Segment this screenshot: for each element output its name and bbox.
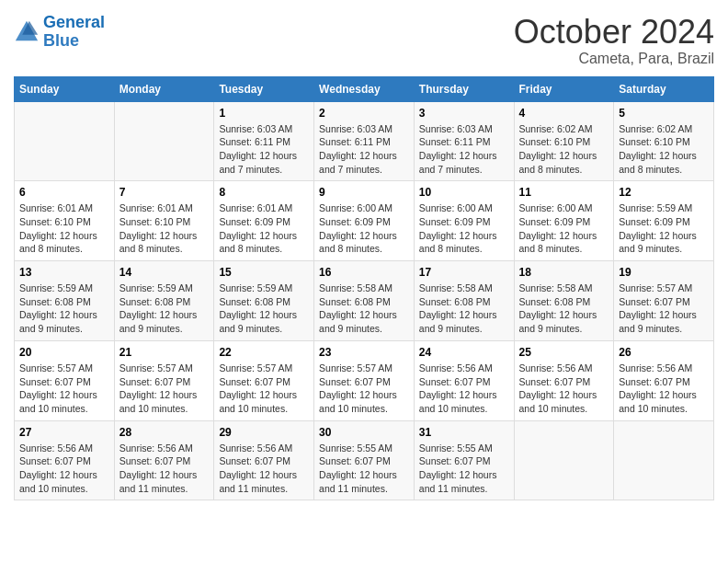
calendar-week-row: 20Sunrise: 5:57 AMSunset: 6:07 PMDayligh…: [15, 340, 714, 420]
calendar-cell: 17Sunrise: 5:58 AMSunset: 6:08 PMDayligh…: [414, 261, 514, 341]
day-number: 4: [519, 107, 609, 120]
calendar-cell: 13Sunrise: 5:59 AMSunset: 6:08 PMDayligh…: [15, 261, 115, 341]
day-number: 18: [519, 266, 609, 279]
day-number: 14: [119, 266, 210, 279]
day-number: 11: [519, 186, 609, 199]
day-info: Sunrise: 5:59 AMSunset: 6:08 PMDaylight:…: [219, 282, 309, 336]
month-title: October 2024: [514, 14, 714, 51]
title-block: October 2024 Cameta, Para, Brazil: [514, 14, 714, 67]
day-info: Sunrise: 5:59 AMSunset: 6:09 PMDaylight:…: [619, 201, 709, 256]
day-number: 2: [319, 107, 409, 120]
day-number: 8: [219, 186, 309, 199]
day-number: 5: [619, 107, 709, 120]
calendar-cell: [614, 420, 714, 500]
day-info: Sunrise: 5:57 AMSunset: 6:07 PMDaylight:…: [119, 362, 210, 416]
day-number: 23: [319, 346, 409, 359]
day-number: 9: [319, 186, 409, 199]
calendar-cell: 1Sunrise: 6:03 AMSunset: 6:11 PMDaylight…: [214, 101, 314, 181]
page-header: General Blue October 2024 Cameta, Para, …: [14, 14, 714, 67]
calendar-cell: 16Sunrise: 5:58 AMSunset: 6:08 PMDayligh…: [314, 261, 415, 341]
day-info: Sunrise: 5:56 AMSunset: 6:07 PMDaylight:…: [219, 442, 309, 496]
day-info: Sunrise: 5:56 AMSunset: 6:07 PMDaylight:…: [119, 442, 210, 496]
calendar-cell: 10Sunrise: 6:00 AMSunset: 6:09 PMDayligh…: [414, 181, 514, 261]
day-info: Sunrise: 5:59 AMSunset: 6:08 PMDaylight:…: [19, 282, 109, 336]
calendar-table: SundayMondayTuesdayWednesdayThursdayFrid…: [14, 76, 714, 501]
day-info: Sunrise: 5:56 AMSunset: 6:07 PMDaylight:…: [619, 362, 709, 416]
calendar-cell: 20Sunrise: 5:57 AMSunset: 6:07 PMDayligh…: [15, 340, 115, 420]
day-info: Sunrise: 6:00 AMSunset: 6:09 PMDaylight:…: [419, 201, 509, 256]
day-info: Sunrise: 6:01 AMSunset: 6:10 PMDaylight:…: [19, 201, 109, 256]
weekday-header-thursday: Thursday: [414, 76, 514, 101]
calendar-week-row: 27Sunrise: 5:56 AMSunset: 6:07 PMDayligh…: [15, 420, 714, 500]
day-info: Sunrise: 5:58 AMSunset: 6:08 PMDaylight:…: [519, 282, 609, 336]
day-number: 13: [19, 266, 109, 279]
weekday-header-friday: Friday: [514, 76, 614, 101]
day-number: 7: [119, 186, 210, 199]
day-info: Sunrise: 5:55 AMSunset: 6:07 PMDaylight:…: [419, 442, 509, 496]
calendar-cell: 18Sunrise: 5:58 AMSunset: 6:08 PMDayligh…: [514, 261, 614, 341]
calendar-cell: 25Sunrise: 5:56 AMSunset: 6:07 PMDayligh…: [514, 340, 614, 420]
day-number: 19: [619, 266, 709, 279]
day-number: 10: [419, 186, 509, 199]
day-info: Sunrise: 5:57 AMSunset: 6:07 PMDaylight:…: [619, 282, 709, 336]
calendar-cell: 2Sunrise: 6:03 AMSunset: 6:11 PMDaylight…: [314, 101, 415, 181]
calendar-week-row: 6Sunrise: 6:01 AMSunset: 6:10 PMDaylight…: [15, 181, 714, 261]
day-number: 30: [319, 426, 409, 439]
day-number: 1: [219, 107, 309, 120]
weekday-header-row: SundayMondayTuesdayWednesdayThursdayFrid…: [15, 76, 714, 101]
day-number: 25: [519, 346, 609, 359]
day-number: 24: [419, 346, 509, 359]
day-number: 26: [619, 346, 709, 359]
day-number: 17: [419, 266, 509, 279]
day-info: Sunrise: 5:56 AMSunset: 6:07 PMDaylight:…: [19, 442, 109, 496]
calendar-cell: 6Sunrise: 6:01 AMSunset: 6:10 PMDaylight…: [15, 181, 115, 261]
calendar-cell: [114, 101, 214, 181]
calendar-cell: 11Sunrise: 6:00 AMSunset: 6:09 PMDayligh…: [514, 181, 614, 261]
day-number: 12: [619, 186, 709, 199]
calendar-cell: 3Sunrise: 6:03 AMSunset: 6:11 PMDaylight…: [414, 101, 514, 181]
calendar-week-row: 1Sunrise: 6:03 AMSunset: 6:11 PMDaylight…: [15, 101, 714, 181]
calendar-cell: 29Sunrise: 5:56 AMSunset: 6:07 PMDayligh…: [214, 420, 314, 500]
day-info: Sunrise: 6:00 AMSunset: 6:09 PMDaylight:…: [319, 201, 409, 256]
day-info: Sunrise: 5:57 AMSunset: 6:07 PMDaylight:…: [19, 362, 109, 416]
calendar-cell: 8Sunrise: 6:01 AMSunset: 6:09 PMDaylight…: [214, 181, 314, 261]
day-info: Sunrise: 5:57 AMSunset: 6:07 PMDaylight:…: [219, 362, 309, 416]
calendar-cell: 19Sunrise: 5:57 AMSunset: 6:07 PMDayligh…: [614, 261, 714, 341]
calendar-cell: 22Sunrise: 5:57 AMSunset: 6:07 PMDayligh…: [214, 340, 314, 420]
day-info: Sunrise: 6:01 AMSunset: 6:09 PMDaylight:…: [219, 201, 309, 256]
day-info: Sunrise: 6:03 AMSunset: 6:11 PMDaylight:…: [219, 122, 309, 177]
logo: General Blue: [14, 14, 105, 51]
day-info: Sunrise: 6:02 AMSunset: 6:10 PMDaylight:…: [519, 122, 609, 177]
day-info: Sunrise: 6:00 AMSunset: 6:09 PMDaylight:…: [519, 201, 609, 256]
calendar-cell: 30Sunrise: 5:55 AMSunset: 6:07 PMDayligh…: [314, 420, 415, 500]
calendar-cell: 9Sunrise: 6:00 AMSunset: 6:09 PMDaylight…: [314, 181, 415, 261]
day-info: Sunrise: 5:58 AMSunset: 6:08 PMDaylight:…: [319, 282, 409, 336]
logo-general: General: [43, 13, 105, 31]
weekday-header-wednesday: Wednesday: [314, 76, 415, 101]
calendar-cell: 26Sunrise: 5:56 AMSunset: 6:07 PMDayligh…: [614, 340, 714, 420]
weekday-header-monday: Monday: [114, 76, 214, 101]
day-info: Sunrise: 5:58 AMSunset: 6:08 PMDaylight:…: [419, 282, 509, 336]
weekday-header-tuesday: Tuesday: [214, 76, 314, 101]
calendar-cell: 15Sunrise: 5:59 AMSunset: 6:08 PMDayligh…: [214, 261, 314, 341]
weekday-header-sunday: Sunday: [15, 76, 115, 101]
day-number: 6: [19, 186, 109, 199]
calendar-cell: 23Sunrise: 5:57 AMSunset: 6:07 PMDayligh…: [314, 340, 415, 420]
location-subtitle: Cameta, Para, Brazil: [514, 51, 714, 67]
calendar-cell: 28Sunrise: 5:56 AMSunset: 6:07 PMDayligh…: [114, 420, 214, 500]
day-info: Sunrise: 5:56 AMSunset: 6:07 PMDaylight:…: [419, 362, 509, 416]
day-number: 21: [119, 346, 210, 359]
day-number: 22: [219, 346, 309, 359]
day-info: Sunrise: 5:59 AMSunset: 6:08 PMDaylight:…: [119, 282, 210, 336]
calendar-cell: 7Sunrise: 6:01 AMSunset: 6:10 PMDaylight…: [114, 181, 214, 261]
day-info: Sunrise: 6:03 AMSunset: 6:11 PMDaylight:…: [319, 122, 409, 177]
logo-text: General Blue: [43, 14, 105, 51]
calendar-week-row: 13Sunrise: 5:59 AMSunset: 6:08 PMDayligh…: [15, 261, 714, 341]
calendar-cell: 24Sunrise: 5:56 AMSunset: 6:07 PMDayligh…: [414, 340, 514, 420]
day-info: Sunrise: 6:02 AMSunset: 6:10 PMDaylight:…: [619, 122, 709, 177]
calendar-cell: [514, 420, 614, 500]
day-number: 29: [219, 426, 309, 439]
day-number: 28: [119, 426, 210, 439]
weekday-header-saturday: Saturday: [614, 76, 714, 101]
day-info: Sunrise: 5:57 AMSunset: 6:07 PMDaylight:…: [319, 362, 409, 416]
